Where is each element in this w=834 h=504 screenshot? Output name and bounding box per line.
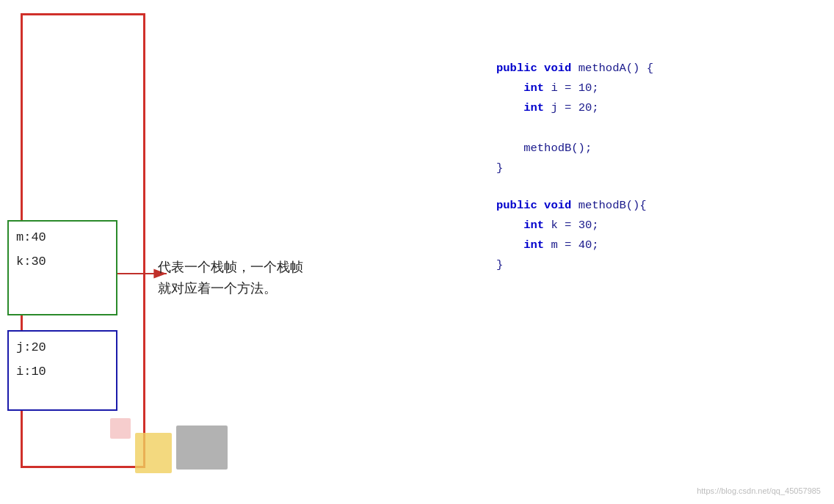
code-b-line1: int k = 30; bbox=[496, 216, 790, 235]
watermark: https://blog.csdn.net/qq_45057985 bbox=[697, 486, 821, 495]
code-b-close: } bbox=[496, 255, 790, 275]
pixel-decoration bbox=[110, 418, 257, 477]
annotation-text: 代表一个栈帧，一个栈帧 就对应着一个方法。 bbox=[158, 257, 303, 299]
var-m: m:40 bbox=[16, 230, 109, 244]
pixel-pink bbox=[110, 418, 131, 439]
code-a-signature: public void methodA() { bbox=[496, 59, 790, 78]
code-method-b: public void methodB(){ int k = 30; int m… bbox=[496, 196, 790, 276]
var-i: i:10 bbox=[16, 365, 109, 379]
code-a-line1: int i = 10; bbox=[496, 78, 790, 98]
code-a-line4: methodB(); bbox=[496, 139, 790, 158]
code-b-line2: int m = 40; bbox=[496, 235, 790, 255]
code-b-signature: public void methodB(){ bbox=[496, 196, 790, 216]
code-method-a: public void methodA() { int i = 10; int … bbox=[496, 59, 790, 178]
frame-methodA: j:20 i:10 bbox=[7, 330, 117, 411]
code-a-close: } bbox=[496, 158, 790, 178]
annotation-line1: 代表一个栈帧，一个栈帧 bbox=[158, 257, 303, 278]
code-a-line2: int j = 20; bbox=[496, 98, 790, 118]
var-j: j:20 bbox=[16, 340, 109, 354]
frame-methodB: m:40 k:30 bbox=[7, 220, 117, 315]
pixel-gray bbox=[176, 426, 228, 470]
var-k: k:30 bbox=[16, 255, 109, 269]
pixel-yellow bbox=[135, 433, 172, 473]
code-a-line3 bbox=[496, 118, 790, 138]
code-panel: public void methodA() { int i = 10; int … bbox=[496, 59, 790, 293]
annotation-line2: 就对应着一个方法。 bbox=[158, 278, 303, 299]
